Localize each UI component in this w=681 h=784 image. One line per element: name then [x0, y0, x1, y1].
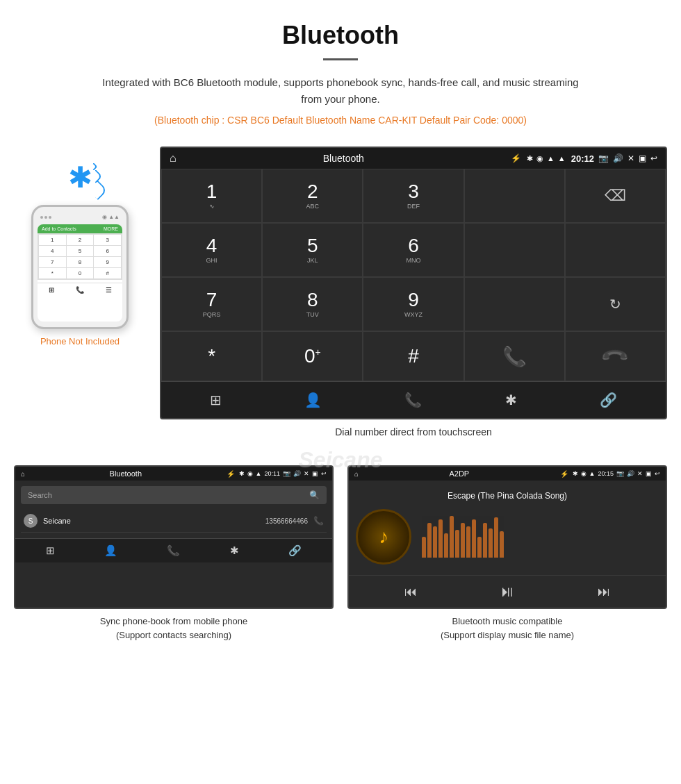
- volume-icon: 🔊: [613, 153, 623, 163]
- dial-key-3[interactable]: 3 DEF: [363, 169, 463, 223]
- phonebook-content: Search 🔍 S Seicane 13566664466 📞: [15, 481, 332, 538]
- phone-status: ◉ ▲▲: [102, 214, 120, 220]
- music-x-icon[interactable]: ✕: [637, 470, 643, 477]
- music-vol-icon: 🔊: [627, 470, 634, 477]
- phone-key-6[interactable]: 6: [94, 246, 121, 256]
- music-time: 20:15: [598, 470, 614, 477]
- close-screen-icon[interactable]: ✕: [627, 153, 634, 163]
- phone-key-4[interactable]: 4: [39, 246, 66, 256]
- eq-bar-6: [450, 516, 454, 558]
- phone-key-5[interactable]: 5: [67, 246, 94, 256]
- music-win-icon[interactable]: ▣: [646, 470, 652, 477]
- search-bar[interactable]: Search 🔍: [21, 486, 327, 504]
- phonebook-cam-icon: 📷: [283, 470, 290, 477]
- phone-key-1[interactable]: 1: [39, 235, 66, 245]
- phone-key-0[interactable]: 0: [67, 268, 94, 278]
- phonebook-usb-icon: ⚡: [227, 470, 235, 478]
- camera-icon: 📷: [598, 153, 609, 163]
- bluetooth-status-icon: ✱: [527, 154, 533, 163]
- main-screen-caption: Dial number direct from touchscreen: [160, 426, 667, 437]
- page-header: Bluetooth Integrated with BC6 Bluetooth …: [0, 0, 681, 147]
- equalizer-visual: [422, 516, 659, 558]
- pb-toolbar-link-icon[interactable]: 🔗: [288, 544, 302, 557]
- eq-bar-5: [444, 533, 448, 558]
- phone-call-icon[interactable]: 📞: [76, 286, 84, 294]
- pb-toolbar-contacts-icon[interactable]: 👤: [104, 544, 117, 557]
- music-caption: Bluetooth music compatible (Support disp…: [347, 615, 667, 642]
- dial-key-2[interactable]: 2 ABC: [262, 169, 363, 223]
- phone-key-9[interactable]: 9: [94, 257, 121, 267]
- page-title: Bluetooth: [14, 21, 667, 50]
- app-title-main: Bluetooth: [182, 153, 505, 164]
- album-art: ♪: [356, 509, 411, 565]
- window-icon[interactable]: ▣: [639, 153, 646, 163]
- clock-display: 20:12: [571, 153, 594, 164]
- toolbar-grid-icon[interactable]: ⊞: [210, 392, 222, 408]
- pb-toolbar-bt-icon[interactable]: ✱: [230, 544, 239, 557]
- contact-name: Seicane: [43, 517, 265, 525]
- dial-key-9[interactable]: 9 WXYZ: [363, 277, 463, 331]
- contact-row-seicane[interactable]: S Seicane 13566664466 📞: [21, 510, 327, 533]
- phonebook-right-icons: ✱ ◉ ▲ 20:11 📷 🔊 ✕ ▣ ↩: [239, 470, 327, 477]
- dial-empty-2: [464, 223, 565, 277]
- phone-key-star[interactable]: *: [39, 268, 66, 278]
- phone-key-7[interactable]: 7: [39, 257, 66, 267]
- toolbar-contacts-icon[interactable]: 👤: [304, 392, 322, 408]
- phonebook-toolbar: ⊞ 👤 📞 ✱ 🔗: [15, 538, 332, 562]
- dial-key-0[interactable]: 0+: [262, 331, 363, 381]
- pb-toolbar-phone-icon[interactable]: 📞: [167, 544, 180, 557]
- contact-avatar-s: S: [24, 514, 38, 528]
- dial-call-button[interactable]: 📞: [464, 331, 565, 381]
- dial-key-star[interactable]: *: [161, 331, 262, 381]
- dial-key-7[interactable]: 7 PQRS: [161, 277, 262, 331]
- bottom-screens: ⌂ Bluetooth ⚡ ✱ ◉ ▲ 20:11 📷 🔊 ✕ ▣ ↩ Sear: [0, 451, 681, 656]
- phonebook-screen: ⌂ Bluetooth ⚡ ✱ ◉ ▲ 20:11 📷 🔊 ✕ ▣ ↩ Sear: [14, 465, 334, 609]
- dial-key-6[interactable]: 6 MNO: [363, 223, 463, 277]
- phonebook-signal-icon: ▲: [256, 470, 262, 477]
- dial-backspace-button[interactable]: ⌫: [565, 169, 666, 223]
- music-status-bar: ⌂ A2DP ⚡ ✱ ◉ ▲ 20:15 📷 🔊 ✕ ▣ ↩: [349, 467, 666, 481]
- play-pause-button[interactable]: ⏯: [500, 583, 515, 601]
- back-icon[interactable]: ↩: [650, 153, 657, 163]
- location-status-icon: ◉: [536, 154, 543, 163]
- dial-key-8[interactable]: 8 TUV: [262, 277, 363, 331]
- previous-button[interactable]: ⏮: [404, 585, 417, 599]
- phone-menu-icon[interactable]: ☰: [106, 286, 112, 294]
- phone-not-included-label: Phone Not Included: [40, 336, 120, 347]
- phonebook-x-icon[interactable]: ✕: [304, 470, 309, 477]
- dial-key-4[interactable]: 4 GHI: [161, 223, 262, 277]
- toolbar-phone-icon[interactable]: 📞: [404, 392, 422, 408]
- music-eq-bars: [422, 516, 659, 558]
- dial-refresh-button[interactable]: ↻: [565, 277, 666, 331]
- toolbar-link-icon[interactable]: 🔗: [600, 392, 617, 408]
- phone-key-3[interactable]: 3: [94, 235, 121, 245]
- bluetooth-icon-wrap: ✱: [68, 160, 92, 194]
- phonebook-home-icon[interactable]: ⌂: [21, 470, 25, 478]
- dial-key-1[interactable]: 1 ∿: [161, 169, 262, 223]
- phone-bottom-bar: ⊞ 📞 ☰: [38, 283, 122, 297]
- pb-toolbar-grid-icon[interactable]: ⊞: [46, 544, 55, 557]
- phone-grid-icon[interactable]: ⊞: [49, 286, 54, 294]
- dial-hang-up-button[interactable]: 📞: [565, 331, 666, 381]
- phone-key-8[interactable]: 8: [67, 257, 94, 267]
- phonebook-status-bar: ⌂ Bluetooth ⚡ ✱ ◉ ▲ 20:11 📷 🔊 ✕ ▣ ↩: [15, 467, 332, 481]
- dial-key-5[interactable]: 5 JKL: [262, 223, 363, 277]
- home-icon[interactable]: ⌂: [170, 152, 177, 165]
- phone-green-bar: Add to Contacts MORE: [38, 224, 122, 233]
- music-back-icon[interactable]: ↩: [655, 470, 660, 477]
- eq-bar-10: [472, 519, 476, 558]
- contact-phone-icon[interactable]: 📞: [313, 516, 324, 526]
- contact-number: 13566664466: [265, 517, 308, 525]
- toolbar-bluetooth-icon[interactable]: ✱: [505, 392, 517, 408]
- phone-key-hash[interactable]: #: [94, 268, 121, 278]
- next-button[interactable]: ⏭: [598, 585, 610, 599]
- music-right-icons: ✱ ◉ ▲ 20:15 📷 🔊 ✕ ▣ ↩: [573, 470, 660, 477]
- dial-key-hash[interactable]: #: [363, 331, 463, 381]
- eq-bar-13: [489, 528, 493, 558]
- phonebook-win-icon[interactable]: ▣: [312, 470, 318, 477]
- music-home-icon[interactable]: ⌂: [354, 470, 359, 478]
- phone-key-2[interactable]: 2: [67, 235, 94, 245]
- phonebook-back-icon[interactable]: ↩: [321, 470, 327, 477]
- eq-bar-9: [466, 526, 470, 558]
- song-title: Escape (The Pina Colada Song): [448, 491, 567, 501]
